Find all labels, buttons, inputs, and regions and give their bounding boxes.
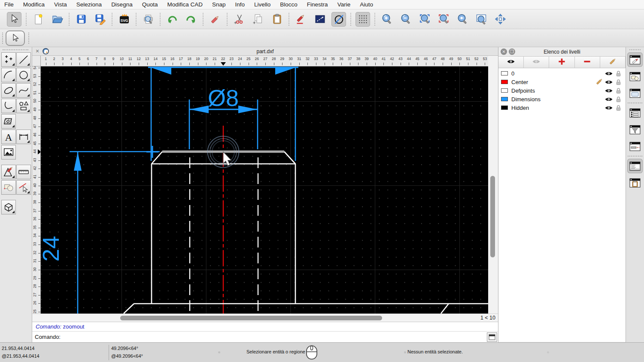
zoom-in-button[interactable]: [380, 12, 394, 27]
horizontal-scrollbar[interactable]: 1 < 10: [32, 314, 498, 322]
tool-hatch-button[interactable]: [1, 114, 16, 129]
layer-lock-icon[interactable]: [614, 96, 623, 103]
menu-seleziona[interactable]: Seleziona: [76, 1, 102, 8]
layer-row-defpoints[interactable]: Defpoints: [498, 86, 626, 95]
menu-finestra[interactable]: Finestra: [307, 1, 328, 8]
hidden-lines[interactable]: [190, 157, 258, 314]
tool-arc-button[interactable]: [1, 68, 16, 82]
toolbar-drag-handle[interactable]: [2, 33, 3, 44]
select-cursor-button[interactable]: [7, 12, 21, 27]
tool-box3d-button[interactable]: [1, 200, 16, 214]
zoom-window-button[interactable]: [474, 12, 489, 27]
menu-modifica[interactable]: Modifica: [23, 1, 45, 8]
print-preview-button[interactable]: [141, 12, 155, 27]
close-panel-icon[interactable]: ✕: [501, 48, 507, 55]
layer-row-dimensions[interactable]: Dimensions: [498, 95, 626, 103]
remove-layer-button[interactable]: [575, 57, 600, 68]
dock-drag-handle[interactable]: [629, 49, 641, 50]
menu-varie[interactable]: Varie: [337, 1, 351, 8]
vertical-scrollbar-thumb[interactable]: [490, 176, 495, 257]
tool-dimension-button[interactable]: [16, 130, 31, 144]
dock-clipboard-panel-button[interactable]: [627, 175, 643, 190]
open-file-button[interactable]: [50, 12, 64, 27]
layer-visibility-icon[interactable]: [604, 105, 614, 111]
tool-points-button[interactable]: [1, 52, 16, 67]
menu-snap[interactable]: Snap: [212, 1, 226, 8]
tool-line-button[interactable]: [16, 52, 31, 67]
hide-all-layers-button[interactable]: [524, 57, 549, 68]
edit-layer-button[interactable]: [600, 57, 626, 68]
save-button[interactable]: [74, 12, 88, 27]
copy-button[interactable]: [251, 12, 265, 27]
zoom-auto-button[interactable]: [417, 12, 432, 27]
dock-pen-wizard-button[interactable]: [627, 139, 643, 154]
line-attributes-button[interactable]: [313, 12, 327, 27]
vertical-scrollbar[interactable]: [488, 56, 498, 314]
part-outline[interactable]: [124, 152, 488, 314]
dock-entity-filter-button[interactable]: [627, 122, 643, 137]
add-layer-button[interactable]: [549, 57, 574, 68]
menu-modifica-cad[interactable]: Modifica CAD: [167, 1, 203, 8]
tool-image-button[interactable]: [1, 145, 16, 160]
tool-ellipse-button[interactable]: [1, 83, 16, 98]
menu-info[interactable]: Info: [235, 1, 245, 8]
draft-mode-button[interactable]: [331, 12, 346, 27]
dock-command-widget-button[interactable]: [627, 159, 643, 173]
layer-row-hidden[interactable]: Hidden: [498, 103, 626, 112]
dock-pen-palette-button[interactable]: [627, 52, 643, 67]
layer-visibility-icon[interactable]: [604, 79, 614, 85]
tool-text-button[interactable]: A: [1, 130, 16, 144]
zoom-previous-button[interactable]: [455, 12, 470, 27]
cut-button[interactable]: [232, 12, 246, 27]
layer-lock-icon[interactable]: [614, 79, 623, 85]
detach-console-button[interactable]: [487, 332, 497, 342]
eraser-button[interactable]: [208, 12, 222, 27]
undo-button[interactable]: [165, 12, 179, 27]
tool-circle-button[interactable]: [16, 68, 31, 82]
menu-blocco[interactable]: Blocco: [280, 1, 298, 8]
redo-button[interactable]: [184, 12, 198, 27]
layer-lock-icon[interactable]: [614, 105, 623, 111]
layer-visibility-icon[interactable]: [604, 71, 614, 76]
palette-drag-handle[interactable]: [3, 49, 28, 50]
dock-block-list-button[interactable]: [627, 69, 643, 84]
svg-export-button[interactable]: SVG: [117, 12, 131, 27]
zoom-pan-button[interactable]: [493, 12, 507, 27]
tool-polygon-button[interactable]: [16, 99, 31, 113]
dock-entity-list-button[interactable]: [627, 106, 643, 120]
tool-modify-button[interactable]: [1, 165, 16, 179]
paste-button[interactable]: [270, 12, 284, 27]
dock-library-browser-button[interactable]: [627, 86, 643, 100]
layer-row-center[interactable]: Center: [498, 78, 626, 86]
tool-measure-button[interactable]: [16, 165, 31, 179]
select-mode-button[interactable]: [6, 30, 25, 46]
pen-attributes-button[interactable]: [294, 12, 308, 27]
tool-shapes-button[interactable]: [1, 180, 16, 195]
dimensions[interactable]: Ø8 24: [41, 67, 298, 314]
command-input[interactable]: [62, 332, 487, 342]
menu-aiuto[interactable]: Aiuto: [360, 1, 373, 8]
zoom-redraw-button[interactable]: [436, 12, 451, 27]
layer-visibility-icon[interactable]: [604, 88, 614, 94]
zoom-out-button[interactable]: [398, 12, 413, 27]
tool-delete-button[interactable]: [16, 180, 31, 195]
layer-row-0[interactable]: 0: [498, 69, 626, 78]
toolbar-drag-handle[interactable]: [28, 33, 29, 44]
menu-vista[interactable]: Vista: [54, 1, 67, 8]
save-as-button[interactable]: [93, 12, 107, 27]
tool-spline-button[interactable]: [16, 83, 31, 98]
menu-quota[interactable]: Quota: [142, 1, 158, 8]
show-all-layers-button[interactable]: [498, 57, 524, 68]
menu-disegna[interactable]: Disegna: [111, 1, 133, 8]
horizontal-scrollbar-thumb[interactable]: [120, 316, 382, 320]
layer-lock-icon[interactable]: [614, 87, 623, 94]
tool-polyline-button[interactable]: [1, 99, 16, 113]
menu-livello[interactable]: Livello: [254, 1, 270, 8]
float-panel-icon[interactable]: ❐: [509, 48, 515, 55]
drawing-canvas[interactable]: Ø8 24: [41, 66, 488, 314]
layer-visibility-icon[interactable]: [604, 97, 614, 102]
menu-file[interactable]: File: [4, 1, 14, 8]
grid-toggle-button[interactable]: [355, 12, 370, 27]
layer-lock-icon[interactable]: [614, 70, 623, 77]
new-document-button[interactable]: [31, 12, 46, 27]
